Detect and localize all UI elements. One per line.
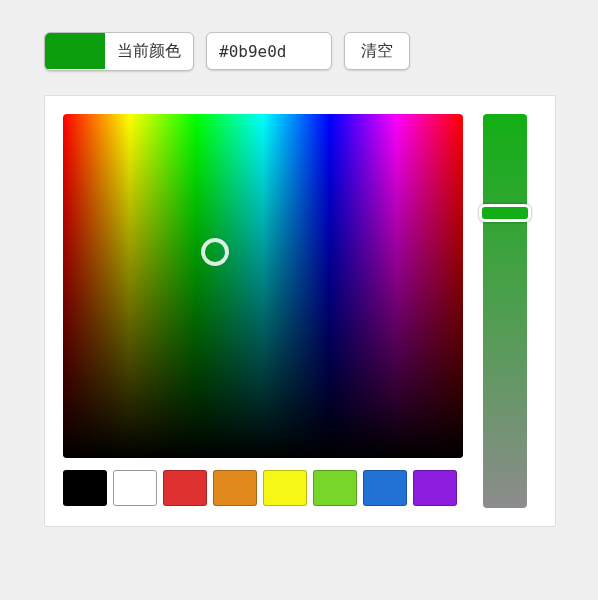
gradient-cursor-ring[interactable] [201,238,229,266]
preset-swatch[interactable] [213,470,257,506]
clear-button[interactable]: 清空 [344,32,410,70]
hex-input[interactable] [206,32,332,70]
current-color-label: 当前颜色 [105,33,193,70]
color-picker-panel [44,95,556,527]
preset-swatch[interactable] [113,470,157,506]
dark-gradient-layer [63,114,463,458]
lightness-track [483,114,527,508]
hue-saturation-area[interactable] [63,114,463,458]
preset-swatch[interactable] [263,470,307,506]
preset-swatch[interactable] [63,470,107,506]
preset-swatch[interactable] [163,470,207,506]
preset-colors-row [63,470,463,506]
current-color-swatch [45,33,105,69]
preset-swatch[interactable] [363,470,407,506]
preset-swatch[interactable] [313,470,357,506]
current-color-display: 当前颜色 [44,32,194,71]
top-controls: 当前颜色 清空 [44,32,554,71]
preset-swatch[interactable] [413,470,457,506]
lightness-handle[interactable] [479,204,531,222]
picker-left-column [63,114,463,508]
lightness-slider[interactable] [483,114,527,508]
